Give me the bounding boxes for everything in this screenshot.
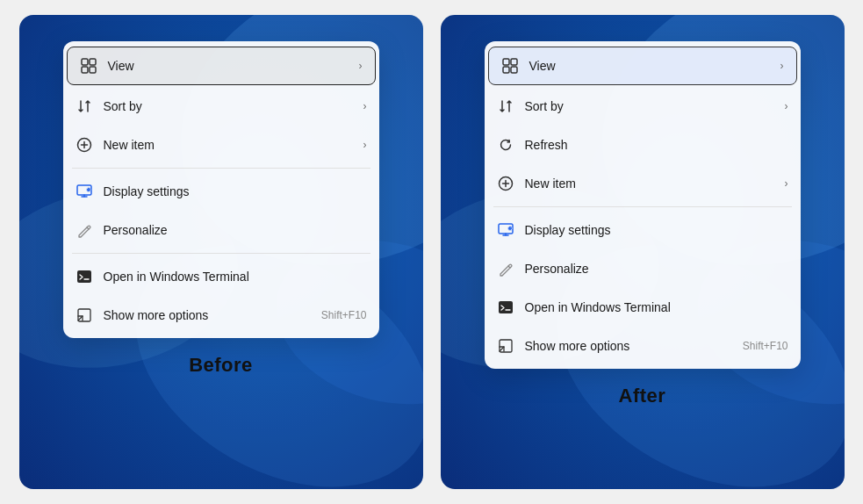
- menu-item-view-after[interactable]: View ›: [488, 47, 797, 85]
- menu-item-view-before[interactable]: View ›: [67, 47, 376, 85]
- svg-rect-6: [82, 67, 88, 73]
- showmore-icon-after: [497, 337, 514, 355]
- menu-label-view-after: View: [529, 59, 773, 73]
- svg-rect-18: [511, 59, 517, 65]
- sort-icon-before: [76, 97, 93, 115]
- after-caption: After: [619, 385, 666, 407]
- before-panel: View › Sort by › New item ›: [19, 15, 423, 489]
- divider-1-after: [493, 206, 792, 207]
- menu-item-terminal-before[interactable]: Open in Windows Terminal: [63, 257, 379, 296]
- menu-label-showmore-after: Show more options: [525, 339, 736, 353]
- divider-1-before: [72, 168, 370, 169]
- svg-rect-12: [78, 309, 90, 321]
- menu-arrow-newitem-before: ›: [363, 139, 367, 151]
- display-icon-after: [497, 221, 514, 239]
- menu-item-newitem-before[interactable]: New item ›: [63, 126, 379, 164]
- divider-2-before: [72, 253, 370, 254]
- menu-label-showmore-before: Show more options: [104, 308, 314, 322]
- menu-item-sortby-after[interactable]: Sort by ›: [485, 87, 801, 126]
- personalize-icon-after: [497, 260, 514, 277]
- menu-item-display-after[interactable]: Display settings: [485, 211, 801, 249]
- display-icon-before: [76, 183, 93, 200]
- svg-rect-5: [90, 59, 96, 65]
- newitem-icon-after: [497, 175, 514, 192]
- menu-label-newitem-after: New item: [525, 176, 778, 191]
- before-context-menu: View › Sort by › New item ›: [63, 41, 379, 338]
- before-caption: Before: [189, 354, 253, 377]
- menu-item-display-before[interactable]: Display settings: [63, 172, 379, 211]
- menu-arrow-newitem-after: ›: [785, 177, 788, 190]
- menu-label-sortby-before: Sort by: [104, 99, 356, 113]
- refresh-icon-after: [497, 136, 514, 154]
- menu-label-personalize-before: Personalize: [104, 223, 367, 237]
- svg-rect-17: [503, 59, 509, 65]
- menu-shortcut-showmore-after: Shift+F10: [743, 340, 788, 352]
- menu-item-newitem-after[interactable]: New item ›: [485, 164, 801, 203]
- newitem-icon-before: [76, 136, 93, 154]
- menu-arrow-view-before: ›: [359, 60, 363, 72]
- svg-rect-11: [77, 270, 91, 283]
- menu-label-personalize-after: Personalize: [525, 262, 788, 276]
- menu-item-personalize-after[interactable]: Personalize: [485, 249, 801, 288]
- terminal-icon-before: [76, 268, 93, 285]
- showmore-icon-before: [76, 306, 93, 324]
- personalize-icon-before: [76, 221, 93, 239]
- grid-icon-before: [80, 57, 97, 75]
- menu-arrow-sortby-before: ›: [363, 100, 367, 112]
- svg-rect-7: [90, 67, 96, 73]
- menu-label-terminal-before: Open in Windows Terminal: [104, 270, 367, 284]
- svg-rect-4: [82, 59, 88, 65]
- svg-rect-20: [511, 67, 517, 73]
- menu-arrow-sortby-after: ›: [785, 100, 788, 112]
- svg-rect-19: [503, 67, 509, 73]
- menu-label-display-after: Display settings: [525, 223, 788, 237]
- menu-item-refresh-after[interactable]: Refresh: [485, 126, 801, 164]
- menu-item-showmore-before[interactable]: Show more options Shift+F10: [63, 296, 379, 335]
- menu-label-display-before: Display settings: [104, 184, 367, 198]
- terminal-icon-after: [497, 299, 514, 316]
- after-context-menu: View › Sort by › Refresh: [485, 41, 801, 369]
- svg-rect-25: [500, 340, 512, 352]
- after-panel: View › Sort by › Refresh: [441, 15, 845, 489]
- sort-icon-after: [497, 97, 514, 115]
- menu-shortcut-showmore-before: Shift+F10: [321, 309, 367, 321]
- menu-item-terminal-after[interactable]: Open in Windows Terminal: [485, 288, 801, 327]
- menu-item-showmore-after[interactable]: Show more options Shift+F10: [485, 327, 801, 365]
- grid-icon-after: [501, 57, 519, 75]
- svg-rect-24: [499, 301, 513, 313]
- menu-label-refresh-after: Refresh: [525, 138, 788, 152]
- menu-label-sortby-after: Sort by: [525, 99, 778, 113]
- menu-item-sortby-before[interactable]: Sort by ›: [63, 87, 379, 126]
- menu-item-personalize-before[interactable]: Personalize: [63, 211, 379, 249]
- menu-label-view-before: View: [108, 59, 352, 73]
- menu-label-newitem-before: New item: [104, 138, 356, 152]
- menu-label-terminal-after: Open in Windows Terminal: [525, 300, 788, 314]
- menu-arrow-view-after: ›: [780, 60, 784, 72]
